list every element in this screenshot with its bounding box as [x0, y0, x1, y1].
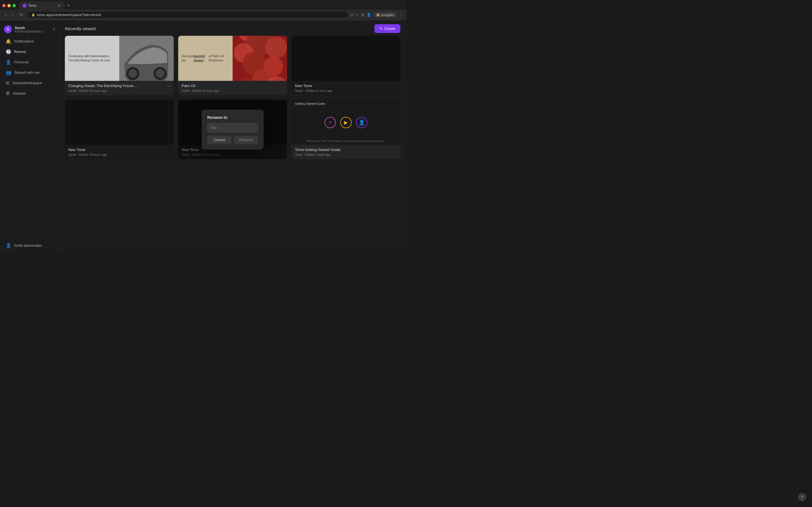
card-info: Palm Oil Sarah · Edited 29 mins ago	[178, 81, 287, 95]
card-palm-oil[interactable]: Discover the harmful impact of Palm Oil …	[178, 36, 287, 95]
card-info: New Tome Sarah · Edited 18 hours ago	[65, 145, 174, 159]
cards-grid: Continuing with determination.: The Elec…	[59, 36, 406, 165]
sidebar-item-shared[interactable]: 👥 Shared with me	[2, 68, 57, 77]
incognito-icon: 🕵	[376, 13, 380, 17]
cast-icon: ⊡	[350, 13, 353, 17]
minimize-button[interactable]	[7, 4, 11, 7]
card-meta: Tome · Edited 1 week ago	[295, 153, 397, 156]
card-title: New Tome	[295, 83, 397, 88]
sidebar-item-label: SarahsWorkspace	[12, 81, 42, 85]
sidebar-item-invite[interactable]: 👤 Invite teammates	[2, 240, 57, 250]
rename-modal-overlay: Rename to Cancel Rename	[178, 100, 287, 159]
sidebar-item-label: Invite teammates	[14, 243, 42, 247]
security-lock-icon: 🔒	[31, 13, 35, 17]
card-thumbnail: Continuing with determination.: The Elec…	[65, 36, 174, 81]
menu-icon[interactable]: ⋮	[399, 13, 403, 17]
card-getting-started[interactable]: Getting Started Guide + ▶ 👤 Welcome to T…	[292, 100, 400, 159]
avatar: S	[4, 25, 12, 33]
profile-icon[interactable]: 👤	[366, 13, 371, 17]
add-icon: +	[324, 117, 336, 128]
thumbnail-text: Discover the harmful impact of Palm Oil …	[178, 36, 233, 81]
svg-point-5	[156, 69, 164, 78]
url-text: tome.app/sarahsworkspace?tab=recent	[37, 13, 101, 17]
app-container: S Sarah 8263e52a@moodjoy.c... ▾ 🔔 Notifi…	[0, 20, 406, 253]
sidebar-item-label: Notifications	[14, 39, 34, 43]
incognito-label: Incognito	[381, 13, 394, 17]
user-info: Sarah 8263e52a@moodjoy.c...	[15, 25, 50, 33]
reload-button[interactable]: ↻	[18, 11, 25, 18]
thumbnail-content: Continuing with determination.: The Elec…	[65, 36, 174, 81]
svg-point-3	[129, 69, 137, 78]
card-options-button[interactable]: ···	[167, 83, 171, 89]
browser-chrome: Tome ✕ + ‹ › ↻ 🔒 tome.app/sarahsworkspac…	[0, 0, 406, 20]
user-name: Sarah	[15, 25, 50, 30]
thumbnail-image	[119, 36, 174, 81]
sidebar-item-personal[interactable]: 👤 Personal	[2, 57, 57, 67]
card-thumbnail	[292, 36, 400, 81]
card-thumbnail: Getting Started Guide + ▶ 👤 Welcome to T…	[292, 100, 400, 145]
rename-confirm-button[interactable]: Rename	[234, 136, 258, 144]
card-meta: Sarah · Edited 19 hours ago	[68, 89, 170, 93]
user-email: 8263e52a@moodjoy.c...	[15, 30, 50, 33]
bookmark-icon[interactable]: ☆	[356, 13, 359, 17]
play-icon: ▶	[340, 117, 352, 128]
sidebar-item-notifications[interactable]: 🔔 Notifications	[2, 36, 57, 46]
thumbnail-image	[233, 36, 287, 81]
incognito-badge: 🕵 Incognito	[373, 12, 397, 17]
grid-icon: ⊞	[6, 80, 9, 86]
sidebar: S Sarah 8263e52a@moodjoy.c... ▾ 🔔 Notifi…	[0, 20, 59, 253]
getting-started-subtitle: Getting Started Guide	[295, 102, 325, 105]
getting-started-icons: + ▶ 👤	[295, 108, 397, 137]
card-thumbnail: Discover the harmful impact of Palm Oil …	[178, 36, 287, 81]
tab-close-button[interactable]: ✕	[57, 3, 61, 8]
section-title: Recently viewed	[65, 26, 96, 31]
rename-modal-title: Rename to	[207, 115, 258, 120]
sidebar-item-label: Shared with me	[14, 70, 40, 75]
rename-modal: Rename to Cancel Rename	[202, 110, 264, 150]
card-meta: Sarah · Edited 18 hours ago	[68, 153, 170, 156]
card-title: Palm Oil	[182, 83, 284, 88]
svg-point-11	[265, 37, 287, 58]
card-charging-ahead[interactable]: Continuing with determination.: The Elec…	[65, 36, 174, 95]
maximize-button[interactable]	[12, 4, 16, 7]
rename-cancel-button[interactable]: Cancel	[207, 136, 232, 144]
main-header: Recently viewed ✎ Create	[59, 20, 406, 36]
thumbnail-text: Continuing with determination.: The Elec…	[65, 36, 119, 81]
sidebar-item-recent[interactable]: 🕐 Recent	[2, 47, 57, 57]
window-controls	[2, 4, 16, 7]
card-new-tome-2[interactable]: New Tome Sarah · Edited 18 hours ago	[65, 100, 174, 159]
bell-icon: 🔔	[6, 39, 11, 44]
sidebar-item-deleted[interactable]: 🗑 Deleted	[2, 89, 57, 98]
user-menu[interactable]: S Sarah 8263e52a@moodjoy.c... ▾	[0, 22, 59, 36]
tab-bar: Tome ✕ +	[0, 0, 406, 10]
card-new-tome-1[interactable]: New Tome Sarah · Edited 41 mins ago	[292, 36, 400, 95]
tab-title: Tome	[28, 4, 36, 8]
sidebar-item-workspace[interactable]: ⊞ SarahsWorkspace	[2, 78, 57, 88]
person-icon: 👤	[6, 59, 11, 65]
address-actions: ⊡ ☆ ⊞ 👤 🕵 Incognito ⋮	[350, 12, 403, 17]
thumbnail-content: Discover the harmful impact of Palm Oil …	[178, 36, 287, 81]
extension-icon[interactable]: ⊞	[361, 13, 364, 17]
card-info: New Tome Sarah · Edited 41 mins ago	[292, 81, 400, 95]
address-bar: ‹ › ↻ 🔒 tome.app/sarahsworkspace?tab=rec…	[0, 10, 406, 20]
rename-input[interactable]	[207, 123, 258, 132]
new-tab-button[interactable]: +	[65, 3, 72, 9]
browser-tab[interactable]: Tome ✕	[19, 2, 64, 10]
people-icon: 👥	[6, 70, 11, 75]
tab-favicon	[22, 4, 27, 8]
sidebar-item-label: Personal	[14, 60, 29, 64]
card-new-tome-rename[interactable]: New Tome Sarah · Edited 18 hours ago Ren…	[178, 100, 287, 159]
close-button[interactable]	[2, 4, 6, 7]
chevron-down-icon: ▾	[53, 27, 55, 31]
sidebar-item-label: Recent	[14, 50, 26, 54]
add-person-icon: 👤	[6, 243, 11, 248]
url-bar[interactable]: 🔒 tome.app/sarahsworkspace?tab=recent	[27, 11, 348, 18]
back-button[interactable]: ‹	[3, 12, 8, 18]
card-meta: Sarah · Edited 41 mins ago	[295, 89, 397, 93]
clock-icon: 🕐	[6, 49, 11, 54]
profile-circle-icon: 👤	[356, 117, 367, 128]
rename-actions: Cancel Rename	[207, 136, 258, 144]
edit-icon: ✎	[379, 26, 383, 31]
forward-button[interactable]: ›	[10, 12, 15, 18]
create-button[interactable]: ✎ Create	[374, 24, 400, 33]
